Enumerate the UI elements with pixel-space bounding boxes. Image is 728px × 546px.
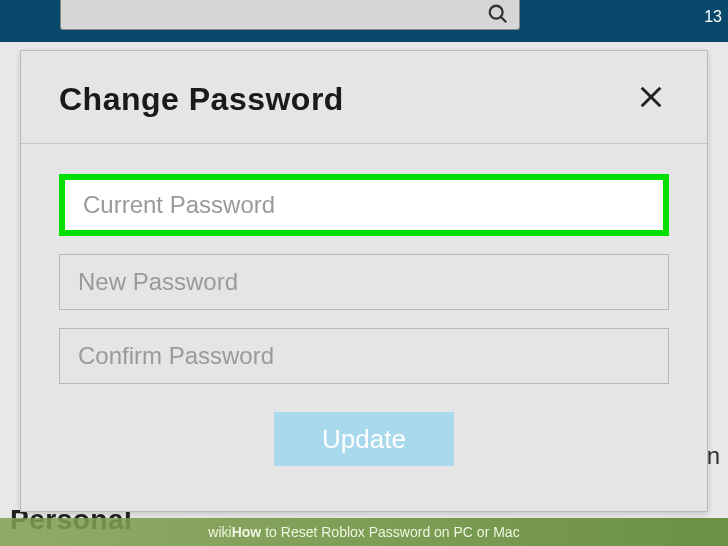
- current-password-highlight: [59, 174, 669, 236]
- password-form: Update: [21, 144, 707, 476]
- change-password-modal: Change Password Update: [20, 50, 708, 512]
- svg-line-1: [501, 17, 507, 23]
- new-password-input[interactable]: [59, 254, 669, 310]
- modal-header: Change Password: [21, 51, 707, 143]
- search-icon[interactable]: [487, 3, 509, 29]
- new-password-wrap: [59, 254, 669, 310]
- top-nav-bar: 13: [0, 0, 728, 42]
- close-button[interactable]: [633, 79, 669, 119]
- confirm-password-input[interactable]: [59, 328, 669, 384]
- current-password-input[interactable]: [65, 180, 663, 230]
- watermark-article-title: to Reset Roblox Password on PC or Mac: [265, 524, 519, 540]
- svg-point-0: [490, 6, 503, 19]
- close-icon: [637, 83, 665, 111]
- confirm-password-wrap: [59, 328, 669, 384]
- update-button[interactable]: Update: [274, 412, 454, 466]
- watermark-wiki: wiki: [208, 524, 231, 540]
- modal-title: Change Password: [59, 81, 344, 118]
- search-box[interactable]: [60, 0, 520, 30]
- wikihow-watermark: wikiHow to Reset Roblox Password on PC o…: [0, 518, 728, 546]
- partial-text: n: [707, 442, 720, 470]
- top-right-counter: 13: [704, 8, 722, 26]
- watermark-how: How: [232, 524, 262, 540]
